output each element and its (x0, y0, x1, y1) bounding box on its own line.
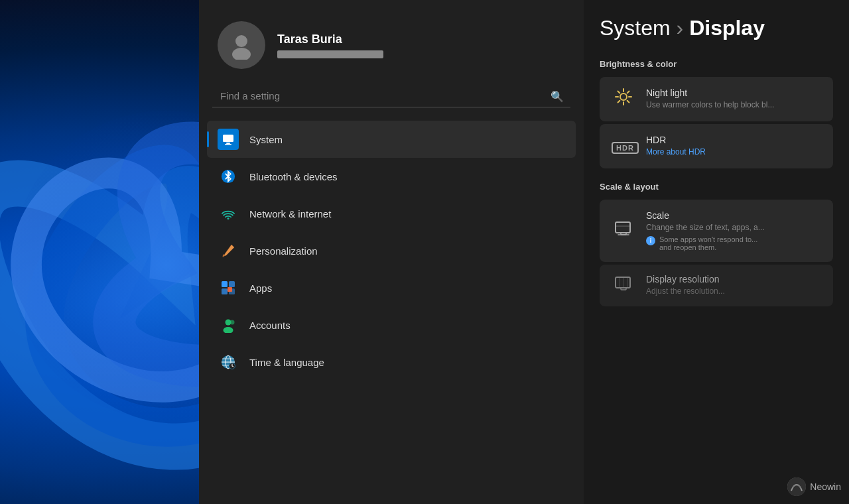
breadcrumb-system: System (600, 16, 671, 40)
breadcrumb-arrow: › (677, 16, 690, 40)
search-icon: 🔍 (551, 90, 564, 103)
nav-label-bluetooth: Bluetooth & devices (249, 171, 338, 182)
svg-point-43 (787, 477, 806, 496)
scale-layout-header: Scale & layout (600, 182, 833, 192)
svg-rect-42 (621, 288, 626, 290)
sidebar-item-system[interactable]: System (207, 121, 576, 158)
profile-email (277, 50, 383, 58)
settings-sidebar: Taras Buria 🔍 System (199, 0, 584, 504)
display-resolution-icon (612, 275, 635, 297)
time-language-icon (218, 351, 239, 373)
svg-rect-34 (616, 222, 630, 233)
nav-list: System Bluetooth & devices Network & (199, 121, 584, 504)
scale-card[interactable]: Scale Change the size of text, apps, a..… (600, 200, 833, 263)
nav-label-accounts: Accounts (249, 320, 291, 331)
accounts-icon (218, 314, 239, 336)
display-resolution-text: Display resolution Adjust the resolution… (646, 274, 821, 297)
apps-svg (220, 280, 236, 296)
nav-label-personalization: Personalization (249, 245, 318, 257)
search-input[interactable] (212, 85, 570, 107)
hdr-title: HDR (646, 135, 821, 145)
search-bar[interactable]: 🔍 (212, 85, 570, 107)
sidebar-item-time-language[interactable]: Time & language (207, 344, 576, 381)
neowin-logo-svg (787, 477, 806, 496)
svg-line-32 (627, 92, 629, 94)
night-light-title: Night light (646, 88, 821, 98)
hdr-icon: HDR (612, 137, 635, 155)
svg-rect-8 (222, 281, 228, 287)
svg-point-14 (224, 327, 233, 333)
scale-svg (614, 220, 633, 238)
hdr-text: HDR More about HDR (646, 135, 821, 158)
svg-point-25 (620, 94, 627, 100)
nav-label-network: Network & internet (249, 208, 331, 220)
night-light-text: Night light Use warmer colors to help bl… (646, 88, 821, 111)
hdr-more-link[interactable]: More about HDR (646, 147, 821, 158)
sidebar-item-bluetooth[interactable]: Bluetooth & devices (207, 158, 576, 195)
personalization-icon (218, 240, 239, 261)
bluetooth-icon (218, 166, 239, 187)
system-icon (218, 129, 239, 150)
neowin-watermark: Neowin (787, 477, 841, 496)
svg-point-7 (228, 218, 229, 220)
nav-label-apps: Apps (249, 283, 272, 294)
monitor-icon (222, 133, 235, 146)
bluetooth-svg (221, 169, 235, 184)
display-resolution-card[interactable]: Display resolution Adjust the resolution… (600, 265, 833, 306)
sidebar-item-personalization[interactable]: Personalization (207, 232, 576, 269)
sidebar-item-apps[interactable]: Apps (207, 269, 576, 306)
scale-info-row: i Some apps won't respond to... and reop… (646, 235, 821, 251)
scale-text: Scale Change the size of text, apps, a..… (646, 210, 821, 252)
scale-title: Scale (646, 210, 821, 221)
scale-icon (612, 220, 635, 242)
svg-line-33 (618, 101, 620, 103)
hdr-card[interactable]: HDR HDR More about HDR (600, 124, 833, 168)
network-icon (218, 203, 239, 224)
wifi-svg (220, 206, 236, 221)
night-light-icon (612, 88, 635, 110)
nav-label-system: System (249, 134, 283, 145)
scale-info-line2: and reopen them. (659, 243, 716, 251)
page-title: System › Display (600, 16, 833, 40)
sidebar-item-accounts[interactable]: Accounts (207, 306, 576, 344)
night-light-card[interactable]: Night light Use warmer colors to help bl… (600, 77, 833, 121)
profile-name: Taras Buria (277, 32, 383, 46)
neowin-logo (787, 477, 806, 496)
hdr-badge: HDR (612, 142, 639, 154)
profile-info: Taras Buria (277, 32, 383, 58)
profile-section[interactable]: Taras Buria (199, 0, 584, 85)
scale-info-line1: Some apps won't respond to... (659, 235, 757, 243)
nav-label-time-language: Time & language (249, 357, 324, 368)
display-resolution-subtitle: Adjust the resolution... (646, 286, 821, 297)
neowin-text: Neowin (810, 481, 841, 492)
svg-rect-12 (228, 287, 232, 292)
brightness-color-header: Brightness & color (600, 59, 833, 69)
user-avatar-icon (227, 31, 256, 60)
svg-point-15 (230, 320, 235, 325)
accounts-svg (220, 317, 236, 333)
scale-layout-section: Scale & layout Scale Change the size of … (600, 182, 833, 307)
svg-rect-38 (616, 277, 630, 288)
avatar (218, 21, 265, 69)
sidebar-item-network[interactable]: Network & internet (207, 195, 576, 232)
svg-rect-5 (225, 144, 231, 145)
svg-rect-9 (229, 281, 235, 287)
svg-rect-4 (226, 143, 230, 144)
breadcrumb-page: Display (689, 16, 765, 40)
resolution-svg (614, 275, 633, 293)
apps-icon (218, 277, 239, 298)
scale-subtitle: Change the size of text, apps, a... (646, 222, 821, 233)
svg-rect-3 (223, 135, 233, 142)
info-icon: i (646, 236, 655, 245)
right-panel: System › Display Brightness & color Nigh… (584, 0, 849, 504)
display-resolution-title: Display resolution (646, 274, 821, 284)
svg-line-30 (618, 92, 620, 94)
svg-point-2 (232, 48, 251, 60)
sun-icon (614, 88, 633, 106)
paintbrush-svg (220, 243, 236, 259)
svg-line-31 (627, 101, 629, 103)
night-light-subtitle: Use warmer colors to help block bl... (646, 99, 821, 111)
globe-svg (220, 354, 236, 370)
svg-point-1 (235, 35, 247, 47)
scale-info-text: Some apps won't respond to... and reopen… (659, 235, 757, 251)
